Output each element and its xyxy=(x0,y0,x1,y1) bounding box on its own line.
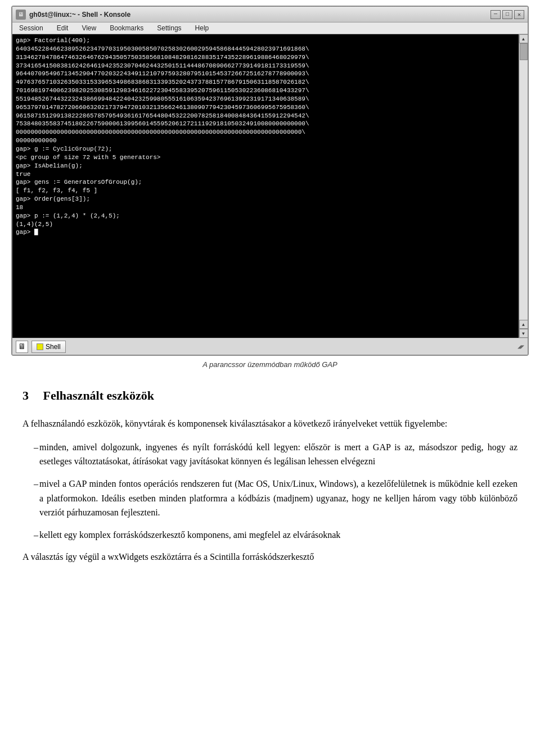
close-button[interactable]: ✕ xyxy=(514,10,524,19)
menu-help[interactable]: Help xyxy=(193,24,212,33)
bullet-dash-1: – xyxy=(22,440,39,469)
bullet-dash-2: – xyxy=(22,477,39,520)
shell-indicator xyxy=(37,343,43,350)
bullet-text-3: kellett egy komplex forráskódszerkesztő … xyxy=(39,528,518,542)
image-caption: A parancssor üzemmódban működő GAP xyxy=(11,360,529,369)
document-content: 3 Felhasznált eszközök A felhasználandó … xyxy=(22,386,518,564)
terminal-content-wrapper: gap> Factorial(400); 6403452284662389526… xyxy=(12,34,528,338)
section-number: 3 xyxy=(22,388,29,402)
section-heading: 3 Felhasznált eszközök xyxy=(22,386,518,405)
closing-text: A választás így végül a wxWidgets eszköz… xyxy=(22,552,314,562)
bullet-item-1: – minden, amivel dolgozunk, ingyenes és … xyxy=(22,440,518,469)
shell-taskbar-button[interactable]: Shell xyxy=(32,341,66,353)
menu-view[interactable]: View xyxy=(79,24,98,33)
terminal-taskbar: 🖥 Shell ◢◤ xyxy=(12,338,528,355)
taskbar-app-icon: 🖥 xyxy=(16,341,28,353)
app-icon: 🖥 xyxy=(16,10,26,20)
minimize-button[interactable]: ─ xyxy=(490,10,501,19)
scroll-up-arrow[interactable]: ▲ xyxy=(519,34,528,43)
bullet-text-1: minden, amivel dolgozunk, ingyenes és ny… xyxy=(39,440,518,469)
resize-handle[interactable]: ◢◤ xyxy=(518,343,524,350)
bullet-item-2: – mivel a GAP minden fontos operációs re… xyxy=(22,477,518,520)
menu-settings[interactable]: Settings xyxy=(155,24,183,33)
intro-text: A felhasználandó eszközök, könyvtárak és… xyxy=(22,419,447,428)
section-title: Felhasznált eszközök xyxy=(43,388,154,402)
terminal-menubar: Session Edit View Bookmarks Settings Hel… xyxy=(12,22,528,34)
shell-label: Shell xyxy=(46,343,61,351)
window-title: gh0st@linux:~ - Shell - Konsole xyxy=(29,11,487,19)
bullet-dash-3: – xyxy=(22,528,39,542)
terminal-output[interactable]: gap> Factorial(400); 6403452284662389526… xyxy=(12,34,519,338)
scroll-down-arrow-1[interactable]: ▲ xyxy=(519,320,528,329)
terminal-window: 🖥 gh0st@linux:~ - Shell - Konsole ─ □ ✕ … xyxy=(11,6,529,356)
vertical-scrollbar[interactable]: ▲ ▲ ▼ xyxy=(519,34,528,338)
closing-paragraph: A választás így végül a wxWidgets eszköz… xyxy=(22,550,518,564)
bullet-text-2: mivel a GAP minden fontos operációs rend… xyxy=(39,477,518,520)
scrollbar-track[interactable] xyxy=(520,43,528,320)
terminal-titlebar: 🖥 gh0st@linux:~ - Shell - Konsole ─ □ ✕ xyxy=(12,7,528,22)
section-intro: A felhasználandó eszközök, könyvtárak és… xyxy=(22,417,518,431)
scroll-down-arrow-2[interactable]: ▼ xyxy=(519,329,528,338)
menu-session[interactable]: Session xyxy=(17,24,46,33)
menu-bookmarks[interactable]: Bookmarks xyxy=(107,24,146,33)
scrollbar-thumb[interactable] xyxy=(520,43,528,60)
bullet-item-3: – kellett egy komplex forráskódszerkeszt… xyxy=(22,528,518,542)
window-controls: ─ □ ✕ xyxy=(490,10,524,19)
menu-edit[interactable]: Edit xyxy=(55,24,71,33)
maximize-button[interactable]: □ xyxy=(502,10,512,19)
